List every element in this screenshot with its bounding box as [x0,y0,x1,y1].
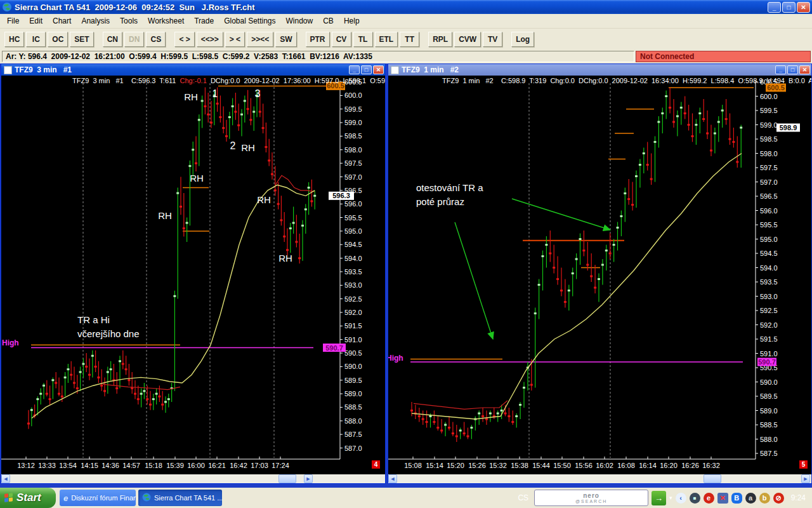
svg-text:593.0: 593.0 [760,293,778,300]
menu-analysis[interactable]: Analysis [76,15,115,27]
menu-window[interactable]: Window [281,15,318,27]
toolbar-button-ic[interactable]: IC [26,32,46,47]
time-scale[interactable]: 13:1213:3313:5414:1514:3614:5715:1815:39… [17,457,289,469]
chart-window-1min-titlebar[interactable]: TFZ9 1 min #2 _ □ ✕ [388,64,811,76]
horizontal-scrollbar[interactable]: ◄► [1,474,385,483]
menu-chart[interactable]: Chart [48,15,76,27]
app-minimize-button[interactable]: _ [768,2,781,13]
time-scale[interactable]: 15:0815:1415:2015:2615:3215:3815:4415:50… [404,457,720,469]
chart-canvas-1min[interactable]: 600.5600.0599.5599.0598.5598.0597.5597.0… [388,76,811,474]
app-maximize-button[interactable]: □ [782,2,796,13]
chart-header-1min: TFZ9 1 min #2 C:598.9 T:319 Chg:0.0 DChg… [442,77,811,84]
toolbar-button-log[interactable]: Log [511,32,534,47]
chart-window-title: TFZ9 1 min #2 [402,65,774,74]
taskbar-task-browser[interactable]: e Diskuzní fórum Financ... [60,490,136,506]
taskbar-clock[interactable]: 9:24 [791,493,806,502]
app-close-button[interactable]: ✕ [797,2,810,13]
price-scale[interactable]: 600.5600.0599.5599.0598.5598.0597.5597.0… [388,78,778,459]
svg-text:596.3: 596.3 [332,192,350,199]
svg-text:597.5: 597.5 [344,159,362,167]
svg-text:16:00: 16:00 [187,462,205,469]
language-indicator[interactable]: CS [518,493,528,502]
bluetooth-icon[interactable]: B [731,493,742,504]
toolbar-button-hc[interactable]: HC [4,32,24,47]
avast-tray-icon[interactable]: a [745,493,756,504]
chart-close-button[interactable]: ✕ [799,65,810,74]
toolbar-button-set[interactable]: SET [70,32,93,47]
chart-canvas-3min[interactable]: 600.5600.0599.5599.0598.5598.0597.5597.0… [1,76,385,474]
toolbar-button-cs[interactable]: CS [146,32,166,47]
scroll-thumb[interactable] [704,474,721,483]
toolbar-button-tt[interactable]: TT [400,32,419,47]
chart-minimize-button[interactable]: _ [775,65,786,74]
svg-text:594.0: 594.0 [344,255,362,262]
scroll-right-button[interactable]: ► [304,474,313,483]
chart-area-1min[interactable]: 600.5600.0599.5599.0598.5598.0597.5597.0… [388,76,811,474]
toolbar-button-ptr[interactable]: PTR [306,32,330,47]
chart-window-3min[interactable]: TFZ9 3 min #1 _ □ ✕ 600.5600.0599.5599.0… [1,64,386,484]
chart-close-button[interactable]: ✕ [373,65,384,74]
toolbar-button-[interactable]: < > [174,32,194,47]
horizontal-scrollbar[interactable]: ◄► [388,474,811,483]
scroll-left-button[interactable]: ◄ [388,474,397,483]
chart-area-3min[interactable]: 600.5600.0599.5599.0598.5598.0597.5597.0… [1,76,385,474]
svg-text:591.5: 591.5 [344,322,362,330]
scroll-left-button[interactable]: ◄ [1,474,10,483]
toolbar-button-[interactable]: >><< [247,32,273,47]
app-titlebar[interactable]: Sierra Chart TA 541 2009-12-06 09:24:52 … [0,0,812,14]
toolbar-button-tv[interactable]: TV [483,32,502,47]
svg-text:591.0: 591.0 [760,350,778,358]
toolbar-button-cv[interactable]: CV [332,32,351,47]
menu-worksheet[interactable]: Worksheet [143,15,189,27]
chart-minimize-button[interactable]: _ [349,65,360,74]
menu-edit[interactable]: Edit [24,15,48,27]
toolbar-button-etl[interactable]: ETL [375,32,398,47]
scroll-right-button[interactable]: ► [801,474,810,483]
svg-text:596.5: 596.5 [760,192,778,200]
svg-text:597.0: 597.0 [344,173,362,181]
toolbar-button-sw[interactable]: SW [275,32,296,47]
svg-text:595.5: 595.5 [760,221,778,229]
tray-collapse-chevron-icon[interactable]: ‹ [676,493,686,504]
toolbar-button-rpl[interactable]: RPL [428,32,452,47]
network-activity-icon[interactable]: ■ [690,493,700,504]
svg-text:600.0: 600.0 [344,91,362,99]
toolbar-button-cvw[interactable]: CVW [454,32,481,47]
svg-text:594.5: 594.5 [760,250,778,257]
scroll-thumb[interactable] [278,474,296,483]
svg-text:15:14: 15:14 [426,462,443,469]
toolbar-button-[interactable]: > < [225,32,245,47]
menu-help[interactable]: Help [339,15,365,27]
menu-cb[interactable]: CB [318,15,339,27]
menu-file[interactable]: File [2,15,24,27]
chart-window-3min-titlebar[interactable]: TFZ9 3 min #1 _ □ ✕ [1,64,385,76]
toolbar-button-oc[interactable]: OC [48,32,68,47]
status-bar: Ar: Y: 596.4 2009-12-02 16:21:00 O:599.4… [0,50,812,64]
chart-maximize-button[interactable]: □ [361,65,372,74]
search-go-button[interactable]: → [652,491,666,505]
toolbar-button-tl[interactable]: TL [353,32,373,47]
nero-search-input[interactable]: nero @SEARCH [534,490,648,506]
sierra-chart-globe-icon [2,2,12,12]
menu-global-settings[interactable]: Global Settings [219,15,280,27]
disconnected-icon[interactable]: ⊘ [773,493,784,504]
svg-text:596.0: 596.0 [344,200,362,208]
chart-maximize-button[interactable]: □ [787,65,798,74]
b-tray-icon[interactable]: b [759,493,770,504]
svg-text:589.0: 589.0 [344,390,362,398]
search-dropdown-arrow[interactable]: ▾ [669,495,672,501]
toolbar-button-cn[interactable]: CN [103,32,122,47]
svg-text:598.5: 598.5 [760,135,778,143]
svg-text:16:42: 16:42 [230,462,247,469]
svg-text:592.0: 592.0 [344,309,362,316]
annotation-otestovani: otestování TR apoté průraz [416,181,483,209]
chart-window-1min[interactable]: TFZ9 1 min #2 _ □ ✕ 600.5600.0599.5599.0… [388,64,812,484]
start-button[interactable]: Start [0,488,56,508]
menu-tools[interactable]: Tools [115,15,143,27]
antivirus-icon[interactable]: e [704,493,714,504]
taskbar-task-sierra-chart[interactable]: Sierra Chart TA 541 ... [138,490,222,506]
toolbar-button-[interactable]: <<>> [197,32,223,47]
menu-trade[interactable]: Trade [189,15,219,27]
connection-status: Not Connected [636,51,811,62]
display-error-icon[interactable]: ✕ [717,493,728,504]
